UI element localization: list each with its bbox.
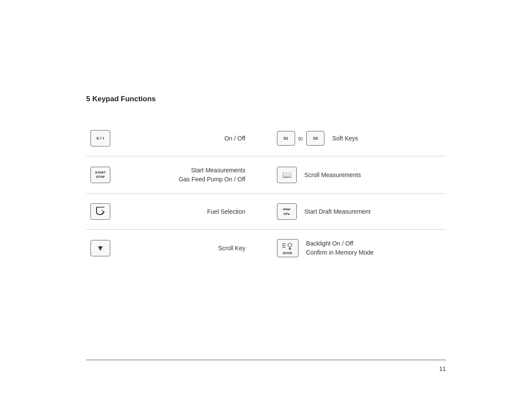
label-draft: Start Draft Measurement [305,207,440,216]
cell-scroll-measurements: 📖 Scroll Measurements [260,156,446,193]
label-start-stop: Start Measurements Gas Feed Pump On / Of… [110,166,246,184]
label-start-line2: Gas Feed Pump On / Off [179,176,246,183]
page-number: 11 [439,365,446,372]
btn-enter[interactable]: ENTER [277,239,299,257]
btn-s1[interactable]: S1 [277,131,295,146]
row-4: ▼ Scroll Key [86,230,446,267]
btn-s3-label: S3 [313,136,318,140]
scroll-down-icon: ▼ [96,244,104,253]
label-enter: Backlight On / Off Confirm in Memory Mod… [306,239,440,257]
label-scroll-measurements: Scroll Measurements [305,171,440,180]
btn-on-off-label: 0 / I [96,136,104,140]
section-title: 5 Keypad Functions [86,95,446,103]
btn-mbar-hpa[interactable]: mbar hPa [277,203,297,220]
svg-point-3 [288,243,292,247]
label-scroll-key: Scroll Key [110,244,246,253]
btn-hpa-label: hPa [284,212,290,216]
cell-scroll-key: ▼ Scroll Key [86,230,260,267]
book-icon: 📖 [282,170,292,180]
btn-mbar-label: mbar [283,207,290,212]
key-functions-grid: 0 / I On / Off S1 to S3 Soft Keys START … [86,121,446,267]
enter-svg-icon [282,242,294,251]
btn-s3[interactable]: S3 [306,131,324,146]
to-text: to [299,135,303,142]
enter-label: ENTER [283,252,292,255]
label-on-off: On / Off [110,134,246,143]
label-soft-keys: Soft Keys [332,134,439,143]
label-fuel: Fuel Selection [110,207,246,216]
row-3: Fuel Selection mbar hPa Start Draft Meas… [86,194,446,230]
cell-on-off: 0 / I On / Off [86,121,260,156]
row-1: 0 / I On / Off S1 to S3 Soft Keys [86,121,446,156]
cell-fuel: Fuel Selection [86,194,260,229]
label-start-line1: Start Measurements [191,167,245,174]
label-confirm: Confirm in Memory Mode [306,249,374,256]
btn-scroll-key[interactable]: ▼ [90,240,110,256]
page-divider [86,360,446,361]
cell-start-stop: START STOP Start Measurements Gas Feed P… [86,156,260,193]
enter-icon-area [282,242,294,251]
btn-book[interactable]: 📖 [277,167,297,183]
btn-start-stop[interactable]: START STOP [90,167,110,183]
cell-soft-keys: S1 to S3 Soft Keys [260,121,446,156]
fuel-icon [94,206,107,217]
btn-s1-label: S1 [283,136,288,140]
cell-enter: ENTER Backlight On / Off Confirm in Memo… [260,230,446,267]
btn-fuel[interactable] [90,203,110,220]
btn-on-off[interactable]: 0 / I [90,130,110,146]
row-2: START STOP Start Measurements Gas Feed P… [86,156,446,194]
cell-draft: mbar hPa Start Draft Measurement [260,194,446,229]
label-backlight: Backlight On / Off [306,240,353,247]
